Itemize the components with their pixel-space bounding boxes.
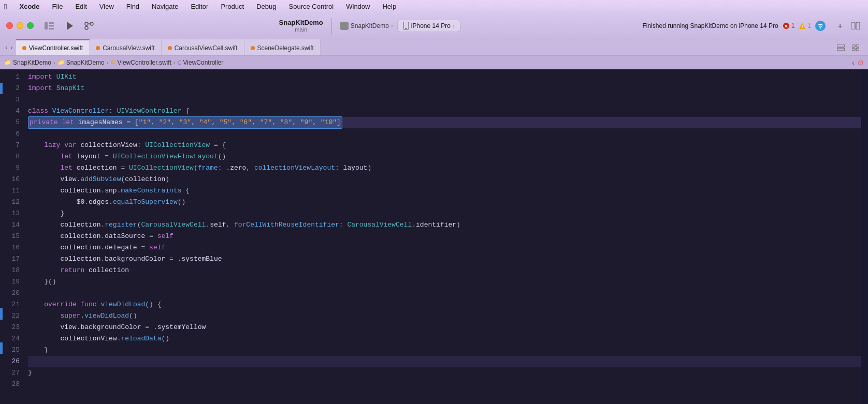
svg-point-15	[820, 27, 821, 28]
code-line-17: collection.backgroundColor = .systemBlue	[28, 253, 861, 265]
prop-bgcolor: backgroundColor	[105, 253, 165, 265]
sidebar-toggle[interactable]	[42, 20, 56, 32]
bc-class[interactable]: C ViewController	[178, 59, 224, 66]
scheme-branch[interactable]	[81, 20, 97, 32]
svg-rect-19	[837, 48, 845, 51]
var-layout: layout	[77, 151, 101, 162]
warning-badge[interactable]: ! 1	[799, 22, 811, 29]
str-10: "10"	[321, 117, 337, 128]
tab-label-2: CarousalView.swift	[103, 44, 155, 52]
prop-collview-24: collectionView	[60, 333, 117, 345]
ln-3: 3	[3, 94, 20, 106]
svg-rect-16	[851, 22, 855, 29]
ln-20: 20	[3, 288, 20, 299]
split-view-button[interactable]	[849, 20, 862, 32]
menu-edit[interactable]: Edit	[73, 3, 89, 10]
svg-point-5	[85, 22, 88, 25]
code-line-7: lazy var collectionView: UICollectionVie…	[28, 140, 861, 151]
code-line-14: collection.register(CarousalViewCell.sel…	[28, 219, 861, 231]
close-button[interactable]	[6, 22, 13, 29]
bc-snapkitdemo-1[interactable]: 📁 SnapKitDemo	[4, 59, 51, 66]
maximize-button[interactable]	[27, 22, 34, 29]
method-equaltosuperview: equalToSuperview	[113, 197, 178, 208]
breadcrumb-bar: 📁 SnapKitDemo › 📁 SnapKitDemo › ⚙ ViewCo…	[0, 56, 868, 69]
nav-forward[interactable]: ›	[9, 42, 13, 52]
nav-arrows: ‹ ›	[2, 39, 16, 55]
ln-15: 15	[3, 231, 20, 242]
svg-text:✕: ✕	[784, 24, 788, 29]
editor-area: 1 2 3 4 5 6 7 8 9 10 11 12 13 14 15 16 1…	[0, 69, 868, 404]
code-line-11: collection.snp.makeConstraints {	[28, 185, 861, 197]
code-line-2: import SnapKit	[28, 83, 861, 94]
tab-carousalviewcell[interactable]: CarousalViewCell.swift	[162, 39, 244, 55]
minimize-button[interactable]	[17, 22, 23, 29]
indicator-line23	[0, 308, 3, 320]
menu-find[interactable]: Find	[124, 3, 141, 10]
tab-carousalview[interactable]: CarousalView.swift	[90, 39, 162, 55]
menu-editor[interactable]: Editor	[189, 3, 210, 10]
ln-25: 25	[3, 345, 20, 356]
kw-super: super	[60, 310, 80, 322]
apple-menu[interactable]: 	[4, 2, 7, 11]
bc-snapkitdemo-2[interactable]: 📁 SnapKitDemo	[57, 59, 105, 66]
prop-view-23: view	[60, 322, 76, 333]
tab-scenedelegate[interactable]: SceneDelegate.swift	[244, 39, 321, 55]
var-imagesnames: imagesNames	[78, 117, 123, 128]
run-button[interactable]	[63, 20, 77, 32]
menu-view[interactable]: View	[97, 3, 116, 10]
grid-icon[interactable]	[849, 42, 862, 53]
nav-back[interactable]: ‹	[4, 42, 8, 52]
code-line-10: view.addSubview(collection)	[28, 174, 861, 185]
ln-24: 24	[3, 333, 20, 345]
val-collection-18: collection	[89, 265, 129, 276]
type-flowlayout: UICollectionViewFlowLayout	[113, 151, 218, 162]
code-line-26	[28, 356, 861, 367]
split-editor-icon[interactable]	[835, 42, 847, 53]
tab-viewcontroller[interactable]: ViewController.swift	[16, 39, 90, 55]
kw-import-1: import	[28, 71, 52, 83]
menu-file[interactable]: File	[50, 3, 65, 10]
vertical-scrollbar[interactable]	[861, 69, 868, 404]
tab-dot-4	[251, 46, 255, 50]
type-uicollview: UICollectionView	[129, 162, 194, 174]
device-selector[interactable]: iPhone 14 Pro ›	[397, 20, 460, 32]
bc-chevron-3: ›	[173, 59, 176, 66]
menu-help[interactable]: Help	[380, 3, 398, 10]
menu-window[interactable]: Window	[344, 3, 372, 10]
add-button[interactable]: +	[834, 20, 846, 32]
tabs-bar: ‹ › ViewController.swift CarousalView.sw…	[0, 39, 868, 56]
code-content[interactable]: import UIKit import SnapKit class ViewCo…	[24, 69, 861, 404]
bc-file[interactable]: ⚙ ViewController.swift	[110, 59, 171, 66]
svg-rect-20	[852, 44, 855, 47]
svg-rect-18	[837, 44, 845, 47]
code-line-3	[28, 94, 861, 106]
bc-chevron-1: ›	[53, 59, 55, 66]
svg-rect-23	[856, 48, 859, 51]
prop-identifier: identifier	[416, 219, 456, 231]
tab-dot-3	[168, 46, 172, 50]
superclass: UIViewController	[117, 106, 182, 117]
menu-source-control[interactable]: Source Control	[287, 3, 336, 10]
menu-debug[interactable]: Debug	[254, 3, 278, 10]
titlebar-right: +	[834, 20, 862, 32]
menu-product[interactable]: Product	[219, 3, 246, 10]
svg-rect-2	[49, 25, 54, 26]
selected-text-5: private let imagesNames = ["1", "2", "3"…	[28, 116, 342, 129]
menu-navigate[interactable]: Navigate	[150, 3, 180, 10]
svg-rect-1	[49, 22, 54, 24]
app-icon-area: SnapKitDemo ›	[340, 22, 393, 30]
ln-26: 26	[3, 356, 20, 367]
bc-label-1: SnapKitDemo	[13, 59, 51, 66]
ln-16: 16	[3, 242, 20, 253]
prop-zero: zero	[230, 162, 246, 174]
code-line-27: }	[28, 367, 861, 379]
arg-collection-10: collection	[125, 174, 165, 185]
menu-xcode[interactable]: Xcode	[17, 3, 41, 10]
error-badge[interactable]: ✕ 1	[783, 22, 795, 29]
bc-collapse-btn[interactable]: ‹	[852, 58, 855, 67]
bc-expand-btn[interactable]: ⊙	[858, 58, 864, 67]
ln-21: 21	[3, 299, 20, 310]
svg-rect-10	[405, 28, 407, 29]
code-line-15: collection.dataSource = self	[28, 231, 861, 242]
bc-folder-icon-1: 📁	[4, 59, 11, 66]
